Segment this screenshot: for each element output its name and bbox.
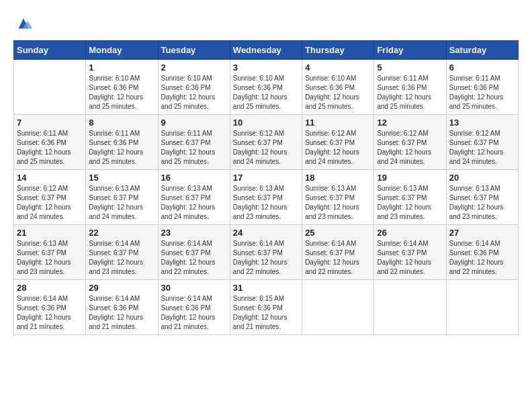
- cell-info: Sunrise: 6:13 AM Sunset: 6:37 PM Dayligh…: [449, 184, 515, 222]
- day-number: 7: [17, 118, 83, 128]
- calendar-cell: 27Sunrise: 6:14 AM Sunset: 6:36 PM Dayli…: [446, 225, 518, 280]
- cell-info: Sunrise: 6:14 AM Sunset: 6:37 PM Dayligh…: [161, 239, 227, 277]
- cell-info: Sunrise: 6:14 AM Sunset: 6:36 PM Dayligh…: [89, 294, 154, 332]
- calendar-cell: [374, 280, 446, 335]
- calendar-cell: [14, 60, 86, 115]
- cell-info: Sunrise: 6:13 AM Sunset: 6:37 PM Dayligh…: [377, 184, 443, 222]
- calendar-cell: 23Sunrise: 6:14 AM Sunset: 6:37 PM Dayli…: [158, 225, 230, 280]
- calendar-cell: 4Sunrise: 6:10 AM Sunset: 6:36 PM Daylig…: [302, 60, 374, 115]
- day-number: 16: [161, 173, 227, 183]
- calendar-table: SundayMondayTuesdayWednesdayThursdayFrid…: [13, 40, 519, 335]
- cell-info: Sunrise: 6:14 AM Sunset: 6:36 PM Dayligh…: [449, 239, 515, 277]
- cell-info: Sunrise: 6:14 AM Sunset: 6:36 PM Dayligh…: [17, 294, 83, 332]
- day-number: 15: [89, 173, 154, 183]
- day-number: 4: [305, 62, 371, 73]
- calendar-cell: 6Sunrise: 6:11 AM Sunset: 6:36 PM Daylig…: [446, 60, 518, 115]
- cell-info: Sunrise: 6:14 AM Sunset: 6:37 PM Dayligh…: [89, 239, 154, 277]
- day-number: 10: [233, 118, 299, 128]
- cell-info: Sunrise: 6:11 AM Sunset: 6:36 PM Dayligh…: [377, 74, 443, 111]
- cell-info: Sunrise: 6:10 AM Sunset: 6:36 PM Dayligh…: [161, 74, 227, 111]
- header-cell-thursday: Thursday: [302, 41, 374, 60]
- day-number: 8: [89, 118, 154, 128]
- calendar-cell: 13Sunrise: 6:12 AM Sunset: 6:37 PM Dayli…: [446, 115, 518, 170]
- cell-info: Sunrise: 6:11 AM Sunset: 6:36 PM Dayligh…: [449, 74, 515, 111]
- day-number: 27: [449, 228, 515, 238]
- calendar-cell: 7Sunrise: 6:11 AM Sunset: 6:36 PM Daylig…: [14, 115, 86, 170]
- cell-info: Sunrise: 6:10 AM Sunset: 6:36 PM Dayligh…: [305, 74, 371, 111]
- calendar-cell: 3Sunrise: 6:10 AM Sunset: 6:36 PM Daylig…: [230, 60, 302, 115]
- header-cell-saturday: Saturday: [446, 41, 518, 60]
- day-number: 21: [17, 228, 83, 238]
- cell-info: Sunrise: 6:11 AM Sunset: 6:36 PM Dayligh…: [17, 129, 83, 167]
- day-number: 18: [305, 173, 371, 183]
- calendar-cell: 31Sunrise: 6:15 AM Sunset: 6:36 PM Dayli…: [230, 280, 302, 335]
- day-number: 19: [377, 173, 443, 183]
- calendar-cell: 22Sunrise: 6:14 AM Sunset: 6:37 PM Dayli…: [86, 225, 158, 280]
- calendar-cell: 2Sunrise: 6:10 AM Sunset: 6:36 PM Daylig…: [158, 60, 230, 115]
- cell-info: Sunrise: 6:12 AM Sunset: 6:37 PM Dayligh…: [17, 184, 83, 222]
- day-number: 17: [233, 173, 299, 183]
- day-number: 22: [89, 228, 154, 238]
- header: [13, 13, 519, 34]
- calendar-cell: 16Sunrise: 6:13 AM Sunset: 6:37 PM Dayli…: [158, 170, 230, 225]
- cell-info: Sunrise: 6:12 AM Sunset: 6:37 PM Dayligh…: [233, 129, 299, 167]
- header-row: SundayMondayTuesdayWednesdayThursdayFrid…: [14, 41, 519, 60]
- calendar-cell: 10Sunrise: 6:12 AM Sunset: 6:37 PM Dayli…: [230, 115, 302, 170]
- cell-info: Sunrise: 6:14 AM Sunset: 6:37 PM Dayligh…: [233, 239, 299, 277]
- calendar-cell: 28Sunrise: 6:14 AM Sunset: 6:36 PM Dayli…: [14, 280, 86, 335]
- cell-info: Sunrise: 6:10 AM Sunset: 6:36 PM Dayligh…: [233, 74, 299, 111]
- calendar-cell: 18Sunrise: 6:13 AM Sunset: 6:37 PM Dayli…: [302, 170, 374, 225]
- day-number: 24: [233, 228, 299, 238]
- cell-info: Sunrise: 6:11 AM Sunset: 6:37 PM Dayligh…: [161, 129, 227, 167]
- logo: [13, 13, 36, 34]
- calendar-cell: 25Sunrise: 6:14 AM Sunset: 6:37 PM Dayli…: [302, 225, 374, 280]
- calendar-cell: 12Sunrise: 6:12 AM Sunset: 6:37 PM Dayli…: [374, 115, 446, 170]
- day-number: 2: [161, 62, 227, 73]
- calendar-cell: 15Sunrise: 6:13 AM Sunset: 6:37 PM Dayli…: [86, 170, 158, 225]
- cell-info: Sunrise: 6:13 AM Sunset: 6:37 PM Dayligh…: [17, 239, 83, 277]
- week-row-1: 7Sunrise: 6:11 AM Sunset: 6:36 PM Daylig…: [14, 115, 519, 170]
- day-number: 28: [17, 283, 83, 293]
- calendar-cell: 20Sunrise: 6:13 AM Sunset: 6:37 PM Dayli…: [446, 170, 518, 225]
- cell-info: Sunrise: 6:12 AM Sunset: 6:37 PM Dayligh…: [305, 129, 371, 167]
- header-cell-sunday: Sunday: [14, 41, 86, 60]
- header-cell-tuesday: Tuesday: [158, 41, 230, 60]
- calendar-cell: 9Sunrise: 6:11 AM Sunset: 6:37 PM Daylig…: [158, 115, 230, 170]
- day-number: 23: [161, 228, 227, 238]
- day-number: 30: [161, 283, 227, 293]
- day-number: 11: [305, 118, 371, 128]
- header-cell-monday: Monday: [86, 41, 158, 60]
- day-number: 6: [449, 62, 515, 73]
- day-number: 13: [449, 118, 515, 128]
- calendar-cell: 26Sunrise: 6:14 AM Sunset: 6:37 PM Dayli…: [374, 225, 446, 280]
- calendar-cell: 29Sunrise: 6:14 AM Sunset: 6:36 PM Dayli…: [86, 280, 158, 335]
- cell-info: Sunrise: 6:14 AM Sunset: 6:36 PM Dayligh…: [161, 294, 227, 332]
- cell-info: Sunrise: 6:14 AM Sunset: 6:37 PM Dayligh…: [377, 239, 443, 277]
- header-cell-wednesday: Wednesday: [230, 41, 302, 60]
- day-number: 29: [89, 283, 154, 293]
- week-row-2: 14Sunrise: 6:12 AM Sunset: 6:37 PM Dayli…: [14, 170, 519, 225]
- calendar-cell: 17Sunrise: 6:13 AM Sunset: 6:37 PM Dayli…: [230, 170, 302, 225]
- cell-info: Sunrise: 6:15 AM Sunset: 6:36 PM Dayligh…: [233, 294, 299, 332]
- calendar-cell: 19Sunrise: 6:13 AM Sunset: 6:37 PM Dayli…: [374, 170, 446, 225]
- day-number: 25: [305, 228, 371, 238]
- cell-info: Sunrise: 6:13 AM Sunset: 6:37 PM Dayligh…: [305, 184, 371, 222]
- cell-info: Sunrise: 6:10 AM Sunset: 6:36 PM Dayligh…: [89, 74, 154, 111]
- cell-info: Sunrise: 6:12 AM Sunset: 6:37 PM Dayligh…: [377, 129, 443, 167]
- cell-info: Sunrise: 6:11 AM Sunset: 6:36 PM Dayligh…: [89, 129, 154, 167]
- cell-info: Sunrise: 6:13 AM Sunset: 6:37 PM Dayligh…: [89, 184, 154, 222]
- calendar-cell: 11Sunrise: 6:12 AM Sunset: 6:37 PM Dayli…: [302, 115, 374, 170]
- day-number: 12: [377, 118, 443, 128]
- cell-info: Sunrise: 6:13 AM Sunset: 6:37 PM Dayligh…: [233, 184, 299, 222]
- calendar-cell: 21Sunrise: 6:13 AM Sunset: 6:37 PM Dayli…: [14, 225, 86, 280]
- header-cell-friday: Friday: [374, 41, 446, 60]
- week-row-4: 28Sunrise: 6:14 AM Sunset: 6:36 PM Dayli…: [14, 280, 519, 335]
- day-number: 9: [161, 118, 227, 128]
- day-number: 3: [233, 62, 299, 73]
- cell-info: Sunrise: 6:12 AM Sunset: 6:37 PM Dayligh…: [449, 129, 515, 167]
- day-number: 1: [89, 62, 154, 73]
- calendar-cell: 8Sunrise: 6:11 AM Sunset: 6:36 PM Daylig…: [86, 115, 158, 170]
- cell-info: Sunrise: 6:14 AM Sunset: 6:37 PM Dayligh…: [305, 239, 371, 277]
- calendar-cell: 30Sunrise: 6:14 AM Sunset: 6:36 PM Dayli…: [158, 280, 230, 335]
- day-number: 31: [233, 283, 299, 293]
